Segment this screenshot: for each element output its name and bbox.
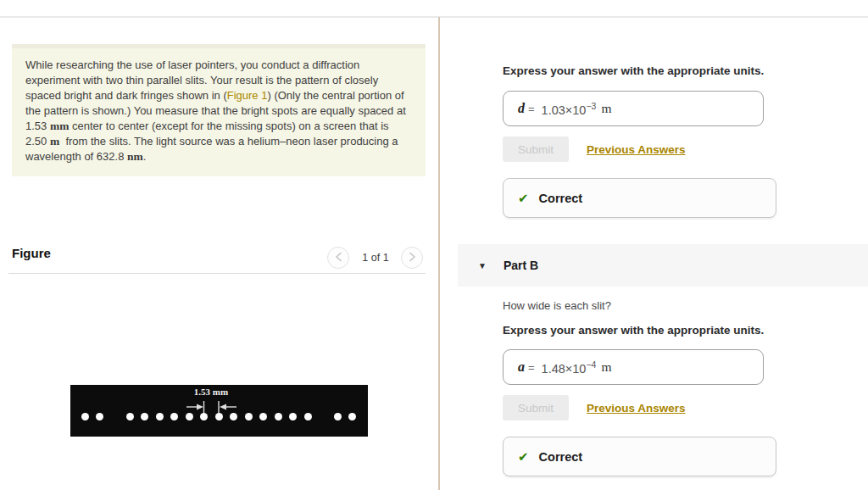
- diffraction-pattern: 1.53 mm: [70, 385, 368, 437]
- bright-spot: [186, 413, 193, 420]
- figure-heading: Figure: [12, 246, 51, 260]
- problem-text-segment: m: [50, 135, 59, 148]
- part-a-instruction: Express your answer with the appropriate…: [503, 64, 764, 77]
- part-a-answer-field[interactable]: d = 1.03×10−3 m: [503, 91, 764, 126]
- bright-spot: [230, 413, 237, 420]
- collapse-triangle-icon: ▼: [478, 261, 487, 270]
- figure-prev-button[interactable]: [327, 247, 349, 269]
- bright-spot: [156, 413, 164, 420]
- bright-spot: [200, 413, 208, 420]
- part-a-value: 1.03×10−3: [542, 101, 597, 117]
- part-b-instruction: Express your answer with the appropriate…: [503, 324, 764, 337]
- check-icon: ✔: [518, 191, 529, 206]
- problem-statement: While researching the use of laser point…: [12, 44, 426, 176]
- figure-divider: [8, 273, 426, 274]
- bright-spot: [334, 413, 342, 420]
- part-b-feedback-label: Correct: [539, 450, 583, 464]
- bright-spot: [348, 413, 356, 420]
- bright-spot: [215, 413, 223, 420]
- problem-text: While researching the use of laser point…: [25, 58, 406, 163]
- chevron-left-icon: [335, 250, 342, 265]
- chevron-right-icon: [409, 250, 416, 265]
- part-b-previous-answers-link[interactable]: Previous Answers: [587, 402, 686, 415]
- check-icon: ✔: [518, 449, 529, 465]
- part-b-value: 1.48×10−4: [542, 359, 597, 376]
- part-a-symbol: d: [518, 101, 525, 116]
- equals-sign: =: [528, 103, 535, 115]
- pane-splitter[interactable]: [438, 17, 440, 490]
- problem-text-segment: mm: [50, 120, 70, 132]
- figure-link[interactable]: Figure 1: [227, 89, 268, 102]
- problem-text-segment: nm: [127, 150, 143, 163]
- bright-spot: [259, 413, 267, 420]
- part-a-unit: m: [601, 101, 611, 116]
- part-a-submit-button[interactable]: Submit: [503, 136, 569, 162]
- bright-spot: [289, 413, 297, 420]
- part-b-question: How wide is each slit?: [503, 299, 611, 312]
- figure-page-count: 1 of 1: [355, 252, 396, 264]
- bright-spot: [81, 413, 89, 420]
- bright-spot: [170, 413, 178, 420]
- top-divider-line: [0, 16, 868, 18]
- bright-spot: [126, 413, 134, 420]
- part-b-header[interactable]: ▼ Part B: [458, 244, 868, 287]
- part-a-feedback-box: ✔ Correct: [503, 178, 776, 218]
- part-b-symbol: a: [518, 359, 525, 375]
- part-b-unit: m: [601, 359, 611, 375]
- equals-sign: =: [528, 361, 535, 374]
- problem-text-segment: .: [143, 150, 147, 163]
- figure-next-button[interactable]: [401, 247, 423, 269]
- part-a-previous-answers-link[interactable]: Previous Answers: [587, 143, 686, 156]
- bright-spot: [96, 413, 103, 420]
- part-b-submit-button[interactable]: Submit: [503, 395, 569, 420]
- bright-spot: [141, 413, 148, 420]
- bright-spot: [304, 413, 312, 420]
- part-b-feedback-box: ✔ Correct: [503, 437, 776, 476]
- bright-spot: [245, 413, 253, 420]
- problem-text-segment: from the slits. The light source was a h…: [25, 135, 398, 163]
- part-b-answer-field[interactable]: a = 1.48×10−4 m: [503, 349, 764, 385]
- part-a-feedback-label: Correct: [539, 192, 583, 205]
- bright-spot: [275, 413, 282, 420]
- pattern-spacing-label: 1.53 mm: [194, 387, 228, 397]
- part-b-title: Part B: [504, 259, 538, 272]
- assignment-page: While researching the use of laser point…: [0, 0, 868, 490]
